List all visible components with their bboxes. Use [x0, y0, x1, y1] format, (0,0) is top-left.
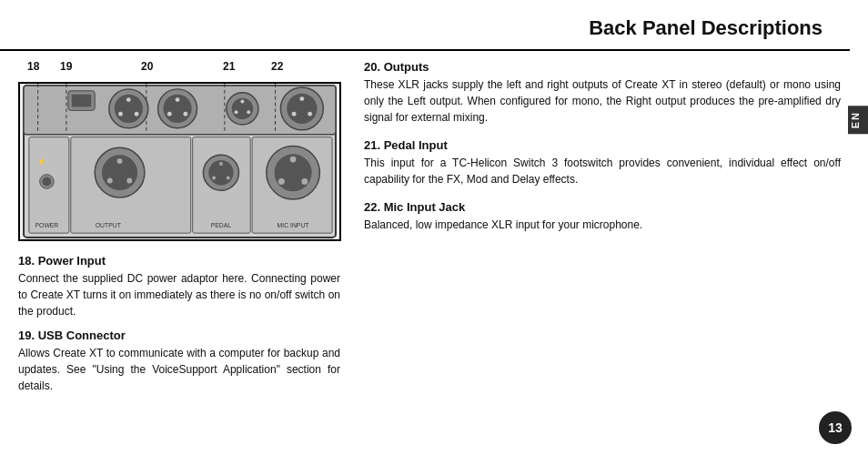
svg-point-28	[308, 112, 312, 116]
svg-point-39	[126, 178, 132, 184]
svg-point-38	[107, 178, 113, 184]
svg-point-53	[301, 178, 308, 185]
svg-point-10	[118, 112, 123, 116]
section-22-title: 22. Mic Input Jack	[364, 200, 841, 214]
device-image: ⚡ POWER OUTPUT	[18, 82, 341, 241]
svg-point-22	[247, 110, 250, 114]
section-19-title: 19. USB Connector	[18, 329, 340, 342]
label-18: 18	[27, 60, 39, 73]
svg-point-14	[176, 97, 180, 102]
section-21: 21. Pedal Input This input for a TC-Heli…	[364, 138, 841, 187]
section-22-text: Balanced, low impedance XLR input for yo…	[364, 217, 841, 233]
svg-point-44	[219, 162, 223, 166]
svg-point-27	[292, 112, 297, 116]
label-21: 21	[223, 60, 235, 73]
section-18: 18. Power Input Connect the supplied DC …	[18, 254, 340, 319]
svg-point-52	[278, 178, 285, 185]
number-labels-row: 18 19 20 21 22	[18, 60, 341, 80]
section-20-text: These XLR jacks supply the left and righ…	[364, 76, 841, 126]
svg-point-37	[117, 158, 123, 164]
svg-point-26	[299, 96, 304, 101]
label-19: 19	[60, 60, 72, 73]
svg-text:⚡: ⚡	[37, 157, 46, 166]
svg-point-51	[290, 157, 297, 163]
label-22: 22	[271, 60, 283, 73]
section-22: 22. Mic Input Jack Balanced, low impedan…	[364, 200, 841, 233]
svg-point-9	[126, 97, 131, 102]
section-18-title: 18. Power Input	[18, 254, 340, 268]
section-19-text: Allows Create XT to communicate with a c…	[18, 345, 340, 394]
section-19: 19. USB Connector Allows Create XT to co…	[18, 329, 340, 394]
content-area: 18 19 20 21 22	[0, 51, 868, 451]
page-container: Back Panel Descriptions 18 19 20 21 22	[0, 0, 868, 455]
left-column: 18 19 20 21 22	[0, 51, 355, 451]
svg-point-20	[240, 100, 244, 104]
section-20: 20. Outputs These XLR jacks supply the l…	[364, 60, 841, 126]
svg-point-21	[235, 110, 238, 114]
page-title: Back Panel Descriptions	[0, 0, 850, 51]
section-20-title: 20. Outputs	[364, 60, 841, 74]
page-number: 13	[819, 411, 852, 444]
en-tab: EN	[848, 106, 868, 134]
section-18-text: Connect the supplied DC power adaptor he…	[18, 270, 340, 319]
section-21-title: 21. Pedal Input	[364, 138, 841, 152]
svg-rect-5	[72, 95, 91, 107]
svg-text:PEDAL: PEDAL	[211, 222, 232, 228]
svg-text:OUTPUT: OUTPUT	[96, 222, 122, 228]
svg-point-32	[43, 177, 52, 187]
svg-point-15	[167, 112, 172, 116]
right-column: EN 20. Outputs These XLR jacks supply th…	[355, 51, 868, 451]
svg-text:POWER: POWER	[35, 222, 59, 228]
section-21-text: This input for a TC-Helicon Switch 3 foo…	[364, 155, 841, 187]
device-svg: ⚡ POWER OUTPUT	[20, 84, 339, 239]
svg-text:MIC INPUT: MIC INPUT	[278, 222, 310, 228]
svg-point-46	[227, 177, 230, 180]
svg-point-16	[183, 112, 187, 116]
label-20: 20	[141, 60, 153, 73]
svg-point-11	[135, 112, 139, 116]
svg-point-45	[212, 177, 216, 180]
